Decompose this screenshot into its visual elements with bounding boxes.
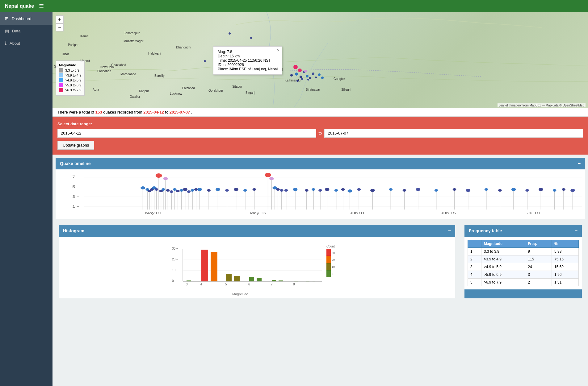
svg-text:7: 7 bbox=[271, 283, 273, 286]
svg-text:Jun 01: Jun 01 bbox=[350, 211, 365, 215]
svg-point-112 bbox=[498, 189, 502, 192]
legend-item-3: >4.9 to 5.9 bbox=[59, 78, 81, 82]
svg-point-96 bbox=[370, 189, 375, 192]
city-gorakhpur: Gorakhpur bbox=[208, 89, 223, 92]
quake-dot-north1 bbox=[229, 32, 231, 35]
svg-point-108 bbox=[466, 189, 470, 192]
svg-text:10 −: 10 − bbox=[172, 268, 178, 272]
main-layout: ⊞ Dashboard ▤ Data ℹ About bbox=[0, 12, 588, 386]
svg-text:0: 0 bbox=[332, 272, 333, 276]
summary-suffix: . bbox=[190, 110, 192, 114]
legend-item-4: >5.9 to 6.9 bbox=[59, 83, 81, 87]
freq-title: Frequency table bbox=[469, 228, 502, 233]
zoom-out-button[interactable]: − bbox=[56, 23, 64, 31]
freq-cell-freq: 3 bbox=[525, 271, 552, 279]
svg-point-106 bbox=[453, 188, 456, 191]
app-title: Nepal quake bbox=[5, 3, 34, 9]
update-graphs-button[interactable]: Update graphs bbox=[57, 141, 94, 150]
svg-rect-136 bbox=[187, 280, 191, 281]
legend-label-2: >3.9 to 4.9 bbox=[65, 73, 81, 77]
svg-text:6: 6 bbox=[248, 283, 250, 286]
svg-text:1 −: 1 − bbox=[72, 205, 79, 209]
sidebar: ⊞ Dashboard ▤ Data ℹ About bbox=[0, 12, 52, 386]
svg-point-124 bbox=[570, 189, 575, 192]
svg-text:4: 4 bbox=[200, 283, 202, 286]
city-bareilly: Bareilly bbox=[154, 74, 165, 77]
freq-collapse-icon[interactable]: − bbox=[575, 228, 578, 234]
svg-point-114 bbox=[511, 188, 516, 191]
freq-table-row: 1 3.3 to 3.9 9 5.88 bbox=[468, 248, 579, 255]
svg-rect-157 bbox=[326, 256, 331, 263]
freq-cell-num: 2 bbox=[468, 255, 481, 263]
freq-cell-freq: 115 bbox=[525, 255, 552, 263]
svg-point-104 bbox=[435, 189, 438, 192]
sidebar-item-data[interactable]: ▤ Data bbox=[0, 25, 52, 37]
svg-text:Jul 01: Jul 01 bbox=[527, 211, 541, 215]
svg-point-38 bbox=[173, 188, 177, 191]
freq-col-magnitude: Magnitude bbox=[481, 240, 525, 248]
histogram-title: Histogram bbox=[63, 228, 84, 233]
city-lucknow: Lucknow bbox=[170, 92, 182, 95]
svg-point-76 bbox=[284, 189, 288, 192]
legend-label-4: >5.9 to 6.9 bbox=[65, 83, 81, 87]
svg-rect-145 bbox=[294, 281, 298, 281]
svg-point-16 bbox=[163, 177, 168, 180]
freq-table-row: 5 >6.9 to 7.9 2 1.31 bbox=[468, 279, 579, 286]
map-legend: Magnitude 3.3 to 3.9 >3.9 to 4.9 >4.9 to… bbox=[56, 60, 85, 96]
map-controls: + − bbox=[56, 15, 64, 31]
svg-rect-139 bbox=[226, 274, 232, 281]
popup-close-btn[interactable]: × bbox=[277, 48, 279, 53]
popup-depth: Depth: 15 km bbox=[218, 54, 278, 58]
freq-table-row: 3 >4.9 to 5.9 24 15.69 bbox=[468, 263, 579, 271]
freq-table-row: 2 >3.9 to 4.9 115 75.16 bbox=[468, 255, 579, 263]
legend-label-5: >6.9 to 7.9 bbox=[65, 88, 81, 92]
date-end-input[interactable] bbox=[324, 129, 583, 138]
timeline-panel-body: 7 − 5 − 3 − 1 − May 01 May 15 Jun 01 Jun… bbox=[56, 169, 585, 219]
popup-place: Place: 34km ESE of Lamjung, Nepal bbox=[218, 67, 278, 71]
sidebar-item-about[interactable]: ℹ About bbox=[0, 37, 52, 49]
freq-col-pct: % bbox=[552, 240, 578, 248]
frequency-table: Magnitude Freq. % 1 3.3 to 3.9 9 5.88 2 … bbox=[468, 240, 579, 286]
menu-icon[interactable]: ☰ bbox=[39, 3, 44, 10]
date-start-input[interactable] bbox=[57, 129, 316, 138]
map-popup: × Mag: 7.8 Depth: 15 km Time: 2015-04-25… bbox=[213, 46, 282, 75]
histogram-container: 30 − 20 − 10 − 0 − Magnitude bbox=[62, 240, 452, 295]
svg-text:8: 8 bbox=[293, 283, 295, 286]
timeline-panel: Quake timeline − 7 − 5 − 3 − 1 − May 01 … bbox=[56, 158, 585, 219]
sidebar-label-about: About bbox=[10, 41, 20, 46]
about-icon: ℹ bbox=[5, 41, 6, 46]
histogram-collapse-icon[interactable]: − bbox=[448, 228, 451, 234]
summary-middle: quakes recorded from bbox=[102, 110, 144, 114]
svg-rect-146 bbox=[306, 281, 309, 281]
popup-mag: Mag: 7.8 bbox=[218, 50, 278, 54]
data-icon: ▤ bbox=[5, 28, 9, 33]
legend-label-1: 3.3 to 3.9 bbox=[65, 68, 79, 72]
svg-point-100 bbox=[403, 189, 406, 192]
svg-point-120 bbox=[553, 189, 556, 192]
freq-table-header-row: Magnitude Freq. % bbox=[468, 240, 579, 248]
svg-rect-144 bbox=[279, 280, 283, 281]
city-agra: Agra bbox=[93, 88, 99, 91]
legend-swatch-1 bbox=[59, 68, 63, 73]
legend-item-5: >6.9 to 7.9 bbox=[59, 88, 81, 92]
city-gwalior: Gwalior bbox=[130, 95, 140, 98]
quake-dot-mid1 bbox=[204, 60, 206, 62]
timeline-panel-header: Quake timeline − bbox=[56, 158, 585, 169]
top-navbar: Nepal quake ☰ bbox=[0, 0, 588, 12]
freq-cell-magnitude: >4.9 to 5.9 bbox=[481, 263, 525, 271]
svg-text:May 15: May 15 bbox=[250, 211, 266, 215]
svg-point-36 bbox=[170, 190, 173, 193]
content-area: Karnal Panipat Hisar Meerut Ghaziabad Fa… bbox=[52, 12, 588, 386]
svg-point-40 bbox=[176, 190, 180, 192]
svg-point-80 bbox=[305, 189, 309, 192]
svg-rect-138 bbox=[211, 252, 217, 281]
quake-dot-north2 bbox=[250, 37, 252, 39]
city-kanpur: Kanpur bbox=[139, 89, 149, 93]
svg-point-48 bbox=[191, 189, 194, 192]
zoom-in-button[interactable]: + bbox=[56, 15, 64, 23]
timeline-collapse-icon[interactable]: − bbox=[578, 161, 581, 166]
city-karnal: Karnal bbox=[80, 35, 89, 38]
sidebar-item-dashboard[interactable]: ⊞ Dashboard bbox=[0, 12, 52, 25]
city-moradabad: Moradabad bbox=[120, 73, 136, 76]
svg-point-122 bbox=[562, 188, 565, 191]
